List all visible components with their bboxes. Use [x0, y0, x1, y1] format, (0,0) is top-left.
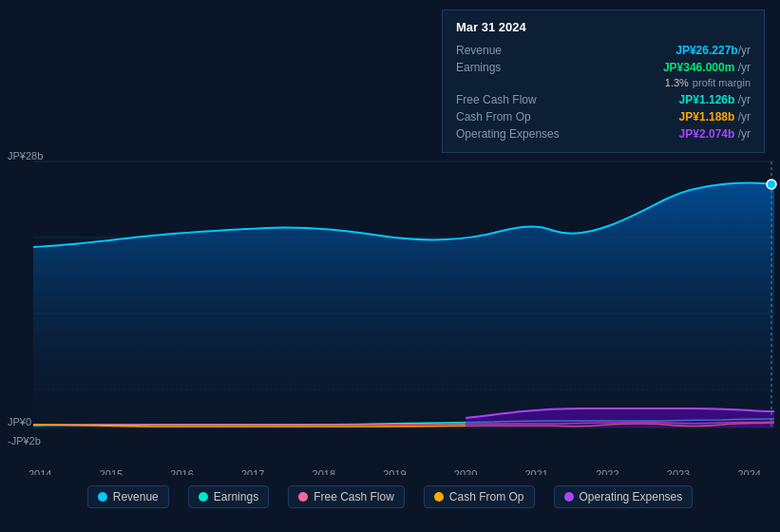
profit-margin-label: profit margin: [693, 77, 751, 88]
legend-opex[interactable]: Operating Expenses: [554, 485, 694, 508]
svg-point-7: [767, 180, 776, 189]
tooltip-earnings-value: JP¥346.000m /yr: [663, 61, 751, 74]
legend-revenue-dot: [98, 492, 107, 502]
legend-cashop-dot: [434, 492, 444, 502]
tooltip-revenue-value: JP¥26.227b/yr: [675, 44, 751, 57]
tooltip-cashop-label: Cash From Op: [456, 110, 531, 124]
legend-earnings-label: Earnings: [214, 490, 258, 504]
legend-cashop[interactable]: Cash From Op: [424, 485, 535, 508]
y-label-zero: JP¥0: [8, 416, 31, 428]
tooltip-cashop-row: Cash From Op JP¥1.188b /yr: [456, 108, 751, 125]
tooltip-opex-row: Operating Expenses JP¥2.074b /yr: [456, 125, 751, 142]
tooltip-earnings-row: Earnings JP¥346.000m /yr: [456, 59, 751, 76]
tooltip-opex-value: JP¥2.074b /yr: [679, 127, 751, 141]
tooltip-fcf-row: Free Cash Flow JP¥1.126b /yr: [456, 91, 751, 108]
legend-revenue-label: Revenue: [113, 490, 159, 504]
legend-fcf-label: Free Cash Flow: [314, 490, 394, 504]
tooltip-revenue-row: Revenue JP¥26.227b/yr: [456, 42, 751, 59]
tooltip: Mar 31 2024 Revenue JP¥26.227b/yr Earnin…: [442, 10, 765, 153]
legend-cashop-label: Cash From Op: [449, 490, 524, 504]
y-label-neg: -JP¥2b: [8, 435, 41, 446]
chart-legend: Revenue Earnings Free Cash Flow Cash Fro…: [0, 475, 780, 518]
y-label-top: JP¥28b: [8, 150, 43, 162]
tooltip-cashop-value: JP¥1.188b /yr: [679, 110, 751, 124]
tooltip-fcf-value: JP¥1.126b /yr: [679, 93, 751, 106]
tooltip-date: Mar 31 2024: [456, 20, 751, 34]
tooltip-revenue-label: Revenue: [456, 44, 502, 57]
legend-fcf[interactable]: Free Cash Flow: [288, 485, 405, 508]
legend-earnings-dot: [199, 492, 208, 502]
profit-margin-row: 1.3% profit margin: [456, 76, 751, 91]
legend-opex-dot: [564, 492, 574, 502]
tooltip-fcf-label: Free Cash Flow: [456, 93, 537, 106]
legend-earnings[interactable]: Earnings: [188, 485, 269, 508]
legend-fcf-dot: [298, 492, 308, 502]
legend-opex-label: Operating Expenses: [580, 490, 683, 504]
tooltip-opex-label: Operating Expenses: [456, 127, 560, 141]
tooltip-earnings-label: Earnings: [456, 61, 501, 74]
legend-revenue[interactable]: Revenue: [87, 485, 169, 508]
profit-margin-value: 1.3%: [665, 77, 689, 88]
